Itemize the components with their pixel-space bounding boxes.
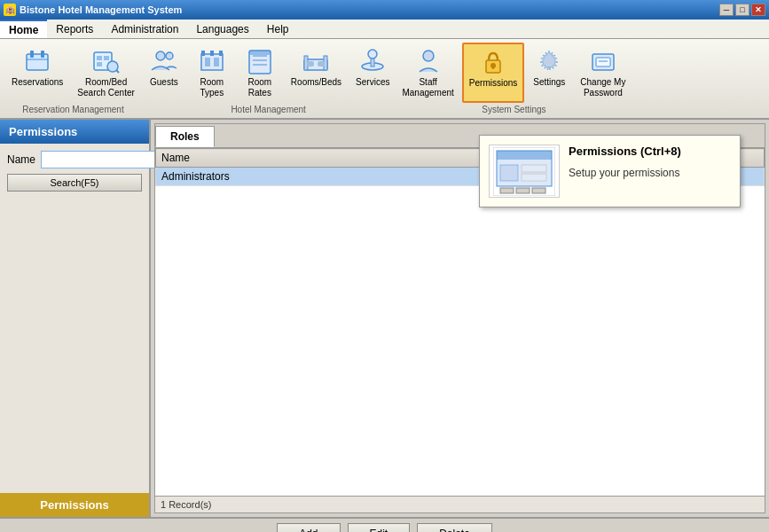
tooltip-content: Permissions (Ctrl+8) Setup your permissi… (569, 145, 681, 179)
room-search-icon (92, 47, 121, 75)
svg-line-6 (116, 70, 119, 73)
svg-point-30 (368, 50, 377, 59)
toolbar-btn-change-password[interactable]: Change MyPassword (574, 43, 632, 103)
left-panel: Permissions Name Search(F5) Permissions (0, 120, 151, 517)
toolbar-group-reservation: Reservations Room/BedSearch Center Reser… (5, 43, 141, 114)
staff-label: StaffManagement (402, 77, 453, 98)
maximize-button[interactable]: □ (735, 4, 749, 16)
group-label-reservation: Reservation Management (22, 105, 124, 114)
room-rates-icon (246, 47, 274, 75)
window-title: Bistone Hotel Management System (20, 4, 182, 15)
tooltip-image (489, 145, 560, 198)
svg-rect-0 (27, 54, 48, 70)
toolbar-group-hotel: Guests RoomTypes (141, 43, 396, 114)
delete-button[interactable]: Delete (417, 523, 492, 532)
tab-roles[interactable]: Roles (155, 126, 215, 147)
room-rates-label: RoomRates (248, 77, 272, 98)
svg-rect-46 (516, 188, 530, 193)
window-controls: ─ □ ✕ (719, 4, 765, 16)
room-types-label: RoomTypes (200, 77, 224, 98)
room-search-label: Room/BedSearch Center (77, 77, 134, 98)
toolbar-btn-room-types[interactable]: RoomTypes (189, 43, 235, 103)
bottom-bar: Add Edit Delete (0, 517, 769, 532)
services-label: Services (356, 77, 389, 88)
left-panel-body: Name Search(F5) (0, 144, 149, 493)
search-button[interactable]: Search(F5) (7, 174, 142, 192)
settings-label: Settings (533, 77, 565, 88)
staff-icon (414, 47, 443, 75)
toolbar-btn-settings[interactable]: Settings (526, 43, 572, 103)
toolbar-group-items-system: StaffManagement Permissions (396, 43, 632, 103)
svg-point-11 (166, 52, 173, 59)
svg-rect-2 (41, 51, 44, 58)
toolbar-btn-room-search[interactable]: Room/BedSearch Center (71, 43, 140, 103)
svg-rect-47 (532, 188, 545, 193)
svg-rect-8 (104, 56, 109, 60)
edit-button[interactable]: Edit (348, 523, 411, 532)
svg-rect-22 (249, 51, 271, 55)
svg-rect-13 (201, 51, 205, 56)
menu-help[interactable]: Help (258, 20, 298, 38)
change-password-label: Change MyPassword (580, 77, 625, 98)
name-search-row: Name (7, 151, 142, 168)
svg-rect-17 (214, 58, 219, 66)
svg-rect-44 (522, 174, 546, 181)
svg-rect-15 (219, 51, 223, 56)
change-password-icon (589, 47, 617, 75)
svg-rect-42 (500, 165, 518, 181)
toolbar-btn-reservations[interactable]: Reservations (5, 43, 69, 103)
svg-rect-43 (522, 165, 546, 172)
svg-rect-45 (500, 188, 514, 193)
toolbar-group-items-reservation: Reservations Room/BedSearch Center (5, 43, 141, 103)
toolbar-btn-staff[interactable]: StaffManagement (396, 43, 459, 103)
toolbar: Reservations Room/BedSearch Center Reser… (0, 39, 769, 120)
title-bar: 🏨 Bistone Hotel Management System ─ □ ✕ (0, 0, 769, 20)
services-icon (358, 47, 387, 75)
svg-rect-7 (97, 56, 102, 60)
room-types-icon (198, 47, 226, 75)
toolbar-btn-permissions[interactable]: Permissions (462, 43, 524, 103)
guests-label: Guests (150, 77, 178, 88)
toolbar-btn-rooms-beds[interactable]: Rooms/Beds (285, 43, 348, 103)
add-button[interactable]: Add (277, 523, 340, 532)
toolbar-btn-services[interactable]: Services (349, 43, 396, 103)
permissions-label: Permissions (469, 78, 517, 89)
svg-rect-1 (30, 51, 34, 58)
guests-icon (150, 47, 178, 75)
svg-rect-12 (201, 54, 223, 70)
tooltip-description: Setup your permissions (569, 163, 681, 179)
name-label: Name (7, 153, 35, 166)
toolbar-btn-room-rates[interactable]: RoomRates (237, 43, 283, 103)
left-panel-footer: Permissions (0, 493, 149, 517)
settings-icon (535, 47, 563, 75)
title-bar-left: 🏨 Bistone Hotel Management System (4, 4, 182, 16)
menu-home[interactable]: Home (0, 20, 47, 38)
toolbar-group-items-hotel: Guests RoomTypes (141, 43, 396, 103)
svg-rect-27 (318, 61, 325, 66)
svg-rect-9 (97, 62, 102, 66)
svg-rect-41 (497, 151, 552, 160)
svg-point-10 (156, 51, 165, 60)
toolbar-btn-guests[interactable]: Guests (141, 43, 187, 103)
svg-point-31 (423, 51, 434, 61)
menu-languages[interactable]: Languages (187, 20, 257, 38)
svg-rect-34 (492, 66, 494, 69)
group-label-hotel: Hotel Management (231, 105, 306, 114)
name-input[interactable] (41, 151, 169, 168)
status-bar: 1 Record(s) (155, 496, 765, 512)
toolbar-group-system: StaffManagement Permissions (396, 43, 632, 114)
menu-reports[interactable]: Reports (47, 20, 102, 38)
minimize-button[interactable]: ─ (719, 4, 734, 16)
menu-administration[interactable]: Administration (102, 20, 187, 38)
left-panel-header: Permissions (0, 120, 149, 144)
reservations-label: Reservations (12, 77, 63, 88)
svg-rect-16 (205, 58, 210, 66)
tooltip-title: Permissions (Ctrl+8) (569, 145, 681, 158)
permissions-icon (479, 48, 507, 76)
tooltip-popup: Permissions (Ctrl+8) Setup your permissi… (479, 135, 741, 207)
reservations-icon (23, 47, 51, 75)
app-icon: 🏨 (4, 4, 16, 16)
svg-rect-26 (307, 61, 314, 66)
close-button[interactable]: ✕ (751, 4, 765, 16)
group-label-system: System Settings (482, 105, 545, 114)
